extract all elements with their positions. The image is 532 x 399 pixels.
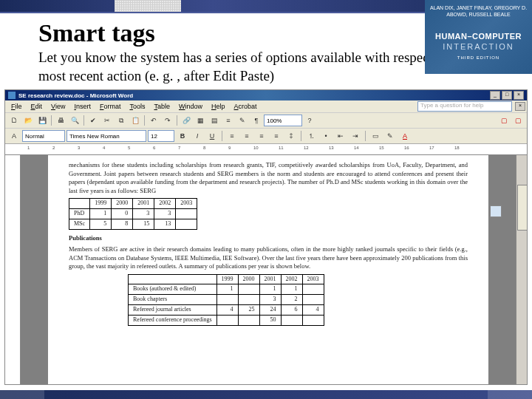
book-authors: ALAN DIX, JANET FINLAY, GREGORY D. ABOWD… — [428, 4, 529, 18]
close-button[interactable]: × — [514, 91, 524, 100]
table-row: PhD 1 0 3 3 — [69, 209, 197, 219]
decorative-pattern — [115, 0, 181, 12]
menu-view[interactable]: View — [47, 103, 69, 110]
ruler-mark: 5 — [128, 146, 130, 150]
window-controls: _ □ × — [490, 91, 524, 100]
ruler-mark: 16 — [404, 146, 409, 150]
redo-icon[interactable]: ↷ — [161, 114, 174, 127]
pdf-icon[interactable]: ▢ — [497, 114, 511, 127]
ruler-mark: 15 — [379, 146, 384, 150]
align-right-icon[interactable]: ≡ — [255, 129, 268, 143]
preview-icon[interactable]: 🔍 — [68, 114, 81, 127]
drawing-icon[interactable]: ✎ — [236, 114, 249, 127]
bullets-icon[interactable]: • — [319, 129, 332, 143]
separator — [222, 131, 222, 141]
underline-button[interactable]: U — [205, 129, 219, 143]
ruler-mark: 14 — [354, 146, 359, 150]
ruler-mark: 3 — [78, 146, 80, 150]
standard-toolbar: 🗋 📂 💾 🖶 🔍 ✔ ✂ ⧉ 📋 ↶ ↷ 🔗 ▦ ▤ ≡ ✎ ¶ 100% ?… — [5, 113, 527, 129]
vertical-ruler[interactable] — [5, 155, 21, 384]
menu-tools[interactable]: Tools — [125, 103, 149, 110]
ruler-mark: 18 — [454, 146, 460, 150]
pdf-review-icon[interactable]: ▢ — [511, 114, 525, 127]
menu-window[interactable]: Window — [174, 103, 207, 110]
separator — [177, 115, 177, 126]
border-icon[interactable]: ▭ — [369, 129, 382, 143]
slide-body-text: Let you know the system has a series of … — [38, 49, 488, 85]
menu-format[interactable]: Format — [95, 103, 126, 110]
highlight-icon[interactable]: ✎ — [383, 129, 397, 143]
table-header-row: 1999 2000 2001 2002 2003 — [129, 274, 324, 284]
doc-map-icon[interactable]: ¶ — [250, 114, 263, 127]
table-header-row: 1999 2000 2001 2002 2003 — [69, 199, 197, 209]
italic-button[interactable]: I — [191, 129, 204, 143]
doc-close-button[interactable]: × — [515, 102, 525, 111]
ruler-mark: 13 — [329, 146, 334, 150]
maximize-button[interactable]: □ — [502, 91, 512, 100]
ruler-mark: 9 — [228, 146, 231, 150]
ruler-mark: 4 — [103, 146, 105, 150]
hyperlink-icon[interactable]: 🔗 — [180, 114, 193, 127]
document-page[interactable]: mechanisms for these students including … — [48, 155, 488, 384]
styles-icon[interactable]: A — [7, 129, 21, 143]
horizontal-ruler[interactable]: 123456789101112131415161718 — [5, 144, 527, 155]
separator — [365, 131, 366, 141]
menu-help[interactable]: Help — [207, 103, 230, 110]
minimize-button[interactable]: _ — [490, 91, 500, 100]
menu-insert[interactable]: Insert — [69, 103, 95, 110]
outdent-icon[interactable]: ⇤ — [334, 129, 347, 143]
paste-icon[interactable]: 📋 — [129, 114, 142, 127]
smart-tag-icon[interactable] — [490, 205, 502, 217]
separator — [301, 131, 301, 141]
line-spacing-icon[interactable]: ‡ — [284, 129, 298, 143]
help-icon[interactable]: ? — [303, 114, 316, 127]
indent-icon[interactable]: ⇥ — [349, 129, 362, 143]
separator — [83, 115, 84, 126]
table-row: Books (authored & edited)111 — [129, 284, 324, 295]
insert-table-icon[interactable]: ▤ — [208, 114, 221, 127]
menu-file[interactable]: File — [7, 103, 27, 110]
font-select[interactable]: Times New Roman — [66, 130, 146, 142]
table-row: MSc 5 8 15 13 — [69, 219, 197, 229]
vertical-scrollbar[interactable] — [516, 155, 527, 384]
students-table: 1999 2000 2001 2002 2003 PhD 1 0 3 3 MSc… — [69, 198, 197, 229]
scroll-thumb[interactable] — [517, 185, 528, 231]
help-search-input[interactable]: Type a question for help — [417, 101, 512, 112]
style-select[interactable]: Normal — [22, 130, 65, 142]
book-title-line2: INTERACTION — [428, 41, 529, 52]
next-slide-button[interactable] — [488, 390, 532, 399]
font-color-icon[interactable]: A — [398, 129, 412, 143]
justify-icon[interactable]: ≡ — [270, 129, 283, 143]
align-left-icon[interactable]: ≡ — [225, 129, 239, 143]
bold-button[interactable]: B — [176, 129, 189, 143]
table-row: Refereed journal articles4252464 — [129, 304, 324, 315]
spellcheck-icon[interactable]: ✔ — [86, 114, 100, 127]
cut-icon[interactable]: ✂ — [100, 114, 114, 127]
ruler-mark: 6 — [153, 146, 155, 150]
ruler-mark: 2 — [52, 146, 55, 150]
columns-icon[interactable]: ≡ — [222, 114, 235, 127]
new-doc-icon[interactable]: 🗋 — [7, 114, 21, 127]
save-icon[interactable]: 💾 — [35, 114, 49, 127]
font-size-select[interactable]: 12 — [148, 130, 174, 142]
undo-icon[interactable]: ↶ — [147, 114, 160, 127]
prev-slide-button[interactable] — [0, 390, 44, 399]
ruler-mark: 11 — [279, 146, 284, 150]
zoom-select[interactable]: 100% — [264, 115, 302, 126]
formatting-toolbar: A Normal Times New Roman 12 B I U ≡ ≡ ≡ … — [5, 129, 527, 144]
print-icon[interactable]: 🖶 — [54, 114, 67, 127]
titlebar-text: SE research review.doc - Microsoft Word — [18, 92, 133, 99]
menu-table[interactable]: Table — [149, 103, 174, 110]
ruler-mark: 10 — [253, 146, 259, 150]
menu-acrobat[interactable]: Acrobat — [230, 103, 262, 110]
open-icon[interactable]: 📂 — [21, 114, 35, 127]
align-center-icon[interactable]: ≡ — [240, 129, 253, 143]
ruler-mark: 12 — [304, 146, 309, 150]
copy-icon[interactable]: ⧉ — [115, 114, 128, 127]
separator — [144, 115, 145, 126]
menu-edit[interactable]: Edit — [27, 103, 47, 110]
ruler-mark: 8 — [203, 146, 205, 150]
numbering-icon[interactable]: ⒈ — [304, 129, 318, 143]
tables-icon[interactable]: ▦ — [194, 114, 207, 127]
separator — [51, 115, 52, 126]
